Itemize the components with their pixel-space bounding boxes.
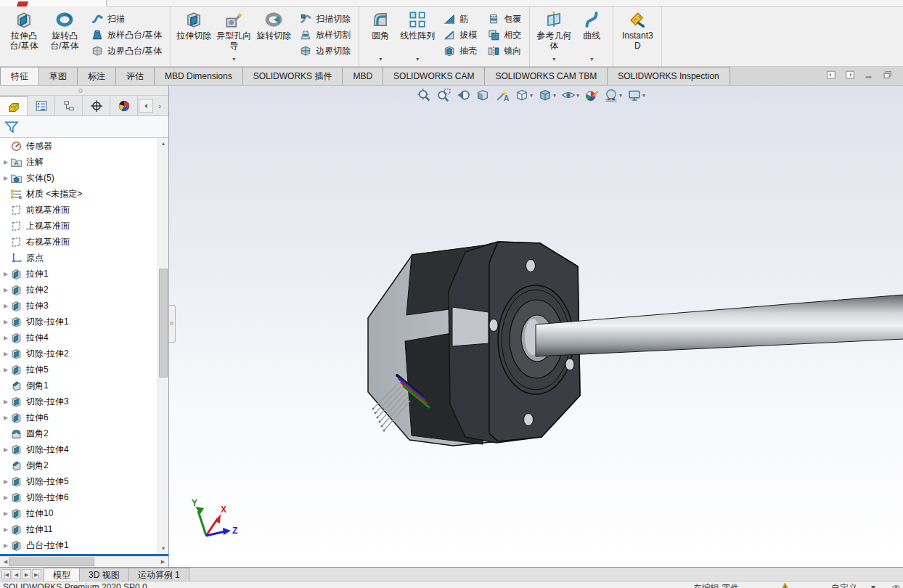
ribbon-mirror-button[interactable]: 镜向	[484, 43, 524, 59]
caret-down-icon[interactable]: ▾	[871, 582, 875, 588]
tree-item-拉伸2[interactable]: ▶拉伸2	[0, 282, 168, 298]
study-nav-button-2[interactable]: ▶	[22, 569, 31, 579]
dropdown-arrow-icon[interactable]: ▾	[379, 57, 382, 62]
tree-item-凸台-拉伸1[interactable]: ▶凸台-拉伸1	[0, 537, 168, 553]
ribbon-boundary-button[interactable]: 边界凸台/基体	[88, 43, 165, 59]
panel-tab-configmanager[interactable]	[55, 96, 83, 115]
tree-item-切除-拉伸5[interactable]: ▶切除-拉伸5	[0, 473, 168, 489]
minimize-icon-button[interactable]	[864, 70, 874, 82]
panel-tab-propertymanager[interactable]	[28, 96, 55, 115]
view-settings-button[interactable]: ▾	[626, 87, 646, 103]
tree-item-注解[interactable]: ▶注解	[0, 154, 168, 170]
zoom-to-area-button[interactable]	[436, 87, 452, 103]
hide-show-items-button[interactable]: ▾	[560, 87, 580, 103]
expand-arrow-icon[interactable]: ▶	[1, 446, 10, 453]
scroll-right-icon[interactable]: ▶	[158, 557, 168, 567]
dropdown-arrow-icon[interactable]: ▾	[232, 57, 235, 62]
scrollbar-thumb[interactable]	[9, 558, 94, 566]
zoom-to-fit-button[interactable]	[416, 87, 432, 103]
expand-arrow-icon[interactable]: ▶	[1, 542, 10, 549]
ribbon-rib-button[interactable]: 筋	[440, 11, 480, 27]
tab-标注[interactable]: 标注	[77, 67, 116, 85]
ribbon-fillet-button[interactable]: 圆角▾	[364, 8, 397, 63]
dropdown-arrow-icon[interactable]: ▾	[530, 92, 533, 99]
ribbon-ref-geometry-button[interactable]: 参考几何体▾	[534, 8, 573, 63]
tree-item-右视基准面[interactable]: 右视基准面	[0, 234, 168, 250]
tree-item-切除-拉伸1[interactable]: ▶切除-拉伸1	[0, 314, 168, 330]
ribbon-draft-button[interactable]: 拔模	[440, 27, 480, 43]
expand-arrow-icon[interactable]: ▶	[1, 399, 10, 405]
study-tab-运动算例-1[interactable]: 运动算例 1	[128, 568, 189, 581]
expand-arrow-icon[interactable]: ▶	[1, 478, 10, 485]
graphics-viewport[interactable]: Y X Z ▾▾▾▾▾	[169, 86, 903, 567]
tree-item-拉伸5[interactable]: ▶拉伸5	[0, 362, 168, 377]
previous-view-button[interactable]	[455, 87, 471, 103]
tab-mbd-dimensions[interactable]: MBD Dimensions	[154, 67, 243, 85]
tree-item-原点[interactable]: 原点	[0, 250, 168, 266]
tree-item-拉伸10[interactable]: ▶拉伸10	[0, 505, 168, 521]
tree-item-切除-拉伸3[interactable]: ▶切除-拉伸3	[0, 393, 168, 409]
ribbon-extrude-boss-button[interactable]: 拉伸凸台/基体	[4, 8, 44, 63]
tree-vertical-scrollbar[interactable]: ▲ ▼	[158, 138, 168, 554]
study-nav-button-1[interactable]: ◀	[12, 569, 21, 579]
ribbon-sweep-button[interactable]: 扫描	[88, 11, 165, 27]
study-nav-button-0[interactable]: |◀	[1, 569, 11, 579]
expand-arrow-icon[interactable]: ▶	[1, 415, 10, 421]
expand-arrow-icon[interactable]: ▶	[1, 271, 10, 277]
apply-scene-button[interactable]: ▾	[603, 87, 623, 103]
study-tab-模型[interactable]: 模型	[44, 568, 80, 581]
tree-item-倒角2[interactable]: 倒角2	[0, 457, 168, 473]
ribbon-curves-button[interactable]: 曲线▾	[575, 8, 608, 63]
view-orientation-button[interactable]: ▾	[514, 87, 534, 103]
restore-icon-button[interactable]	[883, 70, 893, 82]
expand-arrow-icon[interactable]: ▶	[1, 159, 10, 166]
dropdown-arrow-icon[interactable]: ▾	[590, 57, 593, 62]
model-canvas[interactable]: Y X Z	[169, 86, 903, 567]
ribbon-loft-cut-button[interactable]: 放样切割	[296, 27, 354, 43]
expand-arrow-icon[interactable]: ▶	[1, 335, 10, 341]
scroll-down-icon[interactable]: ▼	[158, 543, 168, 554]
panel-pane-arrow-button[interactable]	[139, 99, 153, 113]
pane-left-icon-button[interactable]	[826, 70, 836, 82]
ribbon-intersect-button[interactable]: 相交	[484, 27, 524, 43]
tree-item-拉伸4[interactable]: ▶拉伸4	[0, 330, 168, 346]
status-custom-text[interactable]: 自定义	[831, 582, 857, 588]
tab-mbd[interactable]: MBD	[342, 67, 383, 85]
display-style-button[interactable]: ▾	[537, 87, 557, 103]
dropdown-arrow-icon[interactable]: ▾	[642, 92, 645, 99]
tree-item-切除-拉伸6[interactable]: ▶切除-拉伸6	[0, 489, 168, 505]
tree-item-拉伸3[interactable]: ▶拉伸3	[0, 298, 168, 314]
ribbon-instant3d-button[interactable]: Instant3D	[618, 8, 657, 63]
panel-collapse-handle[interactable]	[169, 305, 176, 343]
tab-solidworks-cam-tbm[interactable]: SOLIDWORKS CAM TBM	[484, 67, 608, 85]
tree-item-切除-拉伸4[interactable]: ▶切除-拉伸4	[0, 441, 168, 457]
tree-horizontal-scrollbar[interactable]: ◀ ▶	[0, 556, 168, 567]
tab-评估[interactable]: 评估	[115, 67, 155, 85]
tree-item-拉伸6[interactable]: ▶拉伸6	[0, 409, 168, 425]
expand-arrow-icon[interactable]: ▶	[1, 494, 10, 501]
scroll-up-icon[interactable]: ▲	[158, 138, 168, 149]
ribbon-revolve-boss-button[interactable]: 旋转凸台/基体	[45, 8, 84, 63]
expand-arrow-icon[interactable]: ▶	[1, 351, 10, 357]
ribbon-revolve-cut-button[interactable]: 旋转切除	[255, 8, 293, 63]
expand-arrow-icon[interactable]: ▶	[1, 319, 10, 325]
scrollbar-thumb[interactable]	[159, 269, 168, 377]
dropdown-arrow-icon[interactable]: ▾	[416, 57, 419, 62]
panel-tab-displaymanager[interactable]	[110, 96, 138, 115]
tree-item-上视基准面[interactable]: 上视基准面	[0, 218, 168, 234]
tab-特征[interactable]: 特征	[0, 67, 39, 85]
dropdown-arrow-icon[interactable]: ▾	[553, 92, 556, 99]
ribbon-loft-button[interactable]: 放样凸台/基体	[88, 27, 165, 43]
dropdown-arrow-icon[interactable]: ▾	[576, 92, 579, 99]
ribbon-linear-pattern-button[interactable]: 线性阵列▾	[399, 8, 436, 63]
tree-item-传感器[interactable]: 传感器	[0, 138, 168, 154]
ribbon-sweep-cut-button[interactable]: 扫描切除	[296, 11, 354, 27]
expand-arrow-icon[interactable]: ▶	[1, 175, 10, 181]
tree-item-拉伸1[interactable]: ▶拉伸1	[0, 266, 168, 282]
warning-icon[interactable]	[780, 582, 790, 588]
ribbon-shell-button[interactable]: 抽壳	[440, 43, 480, 59]
panel-overflow-chevron[interactable]: ›	[154, 96, 166, 115]
tree-item-切除-拉伸2[interactable]: ▶切除-拉伸2	[0, 346, 168, 362]
tree-item-圆角2[interactable]: 圆角2	[0, 425, 168, 441]
pane-right-icon-button[interactable]	[845, 70, 855, 82]
